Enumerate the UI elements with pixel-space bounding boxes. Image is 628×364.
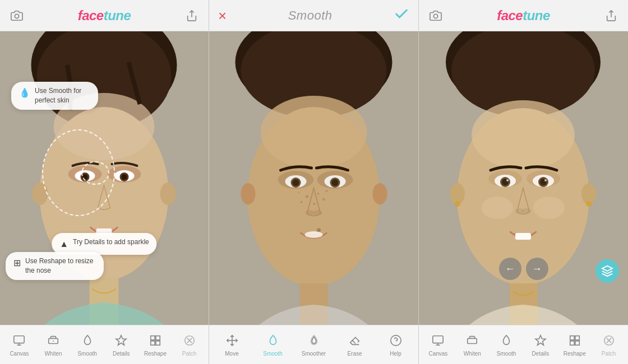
svg-marker-24 xyxy=(116,335,126,345)
whiten-icon-r xyxy=(464,333,480,348)
center-title: Smooth xyxy=(288,8,333,23)
canvas-label-r: Canvas xyxy=(428,351,447,357)
left-tool-patch[interactable]: Patch xyxy=(175,330,204,359)
left-share-icon[interactable] xyxy=(184,8,200,24)
smooth-active-label: Smooth xyxy=(263,351,282,357)
right-tool-whiten[interactable]: Whiten xyxy=(458,330,487,359)
svg-point-34 xyxy=(261,96,367,169)
smooth-icon-r xyxy=(498,333,514,348)
reshape-label: Reshape xyxy=(144,351,167,357)
right-tool-details[interactable]: Details xyxy=(526,330,555,359)
svg-point-69 xyxy=(472,100,575,170)
svg-point-89 xyxy=(586,201,592,207)
center-tool-erase[interactable]: Erase xyxy=(340,330,370,359)
svg-point-52 xyxy=(313,210,322,216)
svg-point-48 xyxy=(326,190,328,192)
svg-point-41 xyxy=(293,179,299,186)
svg-rect-98 xyxy=(570,341,574,345)
center-tool-help[interactable]: Help xyxy=(381,330,410,359)
center-tool-smooth[interactable]: Smooth xyxy=(258,330,288,359)
svg-point-79 xyxy=(544,179,547,181)
canvas-label: Canvas xyxy=(10,351,29,357)
svg-marker-90 xyxy=(602,266,612,271)
svg-rect-15 xyxy=(96,228,112,235)
svg-point-18 xyxy=(160,183,176,205)
left-toolbar: Canvas Whiten Smooth xyxy=(0,325,209,364)
right-camera-icon[interactable] xyxy=(428,8,444,24)
help-label: Help xyxy=(390,351,401,357)
center-tool-smoother[interactable]: Smoother xyxy=(299,330,329,359)
left-camera-icon[interactable] xyxy=(9,8,25,24)
svg-point-57 xyxy=(241,183,256,204)
left-tool-canvas[interactable]: Canvas xyxy=(4,330,34,359)
whiten-icon xyxy=(45,333,61,348)
svg-rect-84 xyxy=(515,233,531,240)
left-header: facetune xyxy=(0,0,209,31)
svg-point-17 xyxy=(33,183,48,205)
center-header: × Smooth xyxy=(209,0,418,31)
right-logo: facetune xyxy=(497,8,550,24)
erase-icon xyxy=(347,333,363,348)
right-tool-canvas[interactable]: Canvas xyxy=(423,330,452,359)
move-icon xyxy=(224,333,240,348)
right-panel: facetune xyxy=(419,0,628,364)
reshape-icon-r xyxy=(567,333,583,348)
nav-forward-button[interactable]: → xyxy=(526,258,548,280)
svg-point-53 xyxy=(305,231,323,238)
reshape-icon xyxy=(147,333,163,348)
left-tool-details[interactable]: Details xyxy=(107,330,136,359)
patch-icon-r xyxy=(601,333,617,348)
svg-point-81 xyxy=(533,197,565,219)
svg-point-0 xyxy=(15,14,19,18)
left-tool-smooth[interactable]: Smooth xyxy=(73,330,102,359)
left-face-svg xyxy=(0,31,209,325)
right-tool-reshape[interactable]: Reshape xyxy=(560,330,589,359)
svg-rect-26 xyxy=(156,336,160,340)
center-photo[interactable] xyxy=(209,31,418,325)
left-logo: facetune xyxy=(78,8,131,24)
patch-label: Patch xyxy=(182,351,197,357)
left-photo: 💧 Use Smooth for perfect skin ▲ Try Deta… xyxy=(0,31,209,325)
svg-point-61 xyxy=(390,335,400,346)
svg-point-63 xyxy=(433,14,437,18)
canvas-icon xyxy=(11,333,27,348)
patch-icon xyxy=(182,333,197,348)
svg-point-78 xyxy=(506,179,509,181)
svg-point-47 xyxy=(313,203,316,205)
right-toolbar: Canvas Whiten Smooth xyxy=(419,325,628,364)
right-photo: ← → xyxy=(419,31,628,325)
right-share-icon[interactable] xyxy=(603,8,619,24)
details-icon xyxy=(113,333,129,348)
smoother-label: Smoother xyxy=(302,351,326,357)
svg-point-49 xyxy=(298,192,299,194)
svg-rect-19 xyxy=(14,336,24,343)
svg-rect-25 xyxy=(151,336,155,340)
right-tool-smooth[interactable]: Smooth xyxy=(492,330,521,359)
svg-rect-91 xyxy=(433,336,443,343)
confirm-button[interactable] xyxy=(394,6,409,25)
whiten-label: Whiten xyxy=(44,351,62,357)
cancel-button[interactable]: × xyxy=(218,8,227,23)
nav-back-button[interactable]: ← xyxy=(499,258,521,280)
smooth-icon xyxy=(80,333,95,348)
left-tool-reshape[interactable]: Reshape xyxy=(141,330,170,359)
reshape-label-r: Reshape xyxy=(564,351,586,357)
patch-label-r: Patch xyxy=(602,351,616,357)
svg-marker-95 xyxy=(535,335,546,345)
svg-point-43 xyxy=(306,195,308,198)
action-button[interactable] xyxy=(595,259,619,283)
erase-label: Erase xyxy=(347,351,362,357)
svg-point-42 xyxy=(332,179,339,186)
left-tool-whiten[interactable]: Whiten xyxy=(39,330,68,359)
move-label: Move xyxy=(225,351,238,357)
right-tool-patch[interactable]: Patch xyxy=(594,330,624,359)
whiten-label-r: Whiten xyxy=(464,351,481,357)
svg-point-14 xyxy=(122,174,127,180)
center-tool-move[interactable]: Move xyxy=(218,330,247,359)
svg-point-50 xyxy=(317,228,321,232)
svg-point-46 xyxy=(322,198,325,201)
svg-point-51 xyxy=(306,210,315,216)
details-icon-r xyxy=(533,333,548,348)
smooth-label: Smooth xyxy=(77,351,96,357)
svg-rect-94 xyxy=(468,338,477,343)
